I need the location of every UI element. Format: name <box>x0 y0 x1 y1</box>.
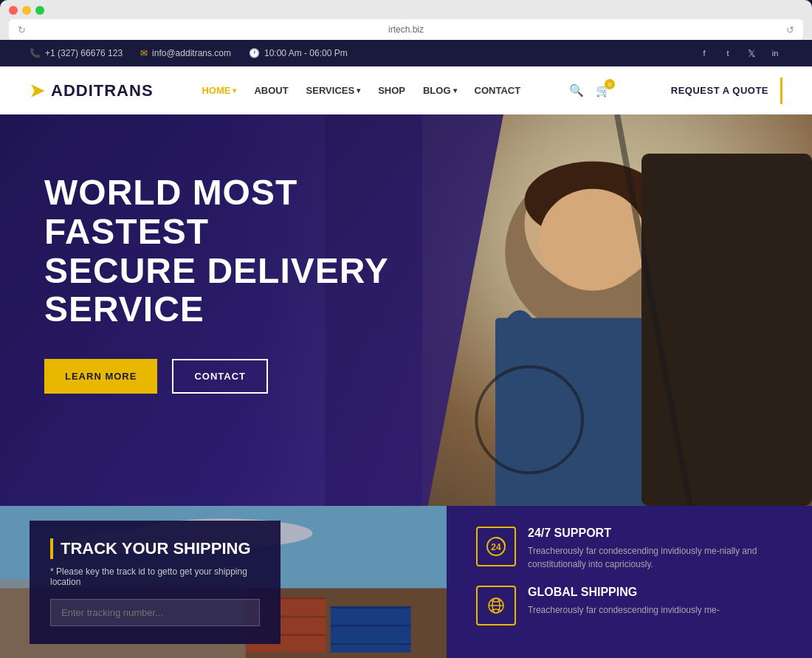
quote-divider <box>780 78 782 104</box>
nav-links: HOME ▾ ABOUT SERVICES ▾ SHOP BLOG ▾ CONT… <box>202 85 520 96</box>
nav-contact[interactable]: CONTACT <box>475 85 521 96</box>
phone-number: +1 (327) 66676 123 <box>45 48 123 58</box>
browser-url-text: irtech.biz <box>32 24 780 35</box>
logo-icon: ➤ <box>30 80 45 101</box>
nav-about[interactable]: ABOUT <box>254 85 288 96</box>
svg-text:24: 24 <box>491 542 501 552</box>
services-dropdown-icon: ▾ <box>357 86 360 95</box>
clock-icon: 🕐 <box>249 48 260 58</box>
email-info: ✉ info@additrans.com <box>140 48 231 58</box>
browser-chrome: ↻ irtech.biz ↺ <box>0 0 812 40</box>
service-shipping-text: GLOBAL SHIPPING Treacherously far condes… <box>528 586 720 617</box>
service-support-title: 24/7 SUPPORT <box>528 527 782 540</box>
contact-button[interactable]: CONTACT <box>172 359 268 394</box>
site-logo[interactable]: ➤ ADDITRANS <box>30 80 154 101</box>
support-icon: 24 <box>476 527 516 566</box>
dot-green[interactable] <box>35 6 44 15</box>
website-content: 📞 +1 (327) 66676 123 ✉ info@additrans.co… <box>0 40 812 658</box>
service-support-text: 24/7 SUPPORT Treacherously far condescen… <box>528 527 782 571</box>
nav-icons: 🔍 🛒 0 <box>569 83 610 97</box>
nav-blog[interactable]: BLOG ▾ <box>423 85 457 96</box>
logo-text: ADDITRANS <box>51 81 154 100</box>
browser-refresh-icon[interactable]: ↻ <box>18 24 26 35</box>
shipping-icon <box>476 586 516 626</box>
hero-section: WORLD MOST FASTEST SECURE DELIVERY SERVI… <box>0 114 812 506</box>
nav-home[interactable]: HOME ▾ <box>202 85 236 96</box>
svg-point-3 <box>539 189 646 291</box>
service-support: 24 24/7 SUPPORT Treacherously far condes… <box>476 527 782 571</box>
quote-section: REQUEST A QUOTE <box>659 78 782 104</box>
cart-icon[interactable]: 🛒 0 <box>596 83 610 97</box>
cart-badge: 0 <box>605 79 615 89</box>
linkedin-icon[interactable]: in <box>768 46 782 61</box>
service-shipping-title: GLOBAL SHIPPING <box>528 586 720 599</box>
learn-more-button[interactable]: LEARN MORE <box>44 359 157 394</box>
facebook-icon[interactable]: f <box>697 46 712 61</box>
browser-reload-icon[interactable]: ↺ <box>786 24 794 35</box>
phone-info: 📞 +1 (327) 66676 123 <box>30 48 123 58</box>
email-icon: ✉ <box>140 48 148 58</box>
twitter-icon[interactable]: t <box>720 46 735 61</box>
nav-shop[interactable]: SHOP <box>378 85 405 96</box>
home-dropdown-icon: ▾ <box>233 86 236 95</box>
hours-info: 🕐 10:00 Am - 06:00 Pm <box>249 48 348 58</box>
tracking-input[interactable] <box>50 599 260 626</box>
service-support-desc: Treacherously far condescending invidiou… <box>528 544 782 571</box>
track-hint: * Please key the track id to getto get y… <box>50 566 260 587</box>
info-bar-left: 📞 +1 (327) 66676 123 ✉ info@additrans.co… <box>30 48 348 58</box>
browser-dots <box>9 6 803 15</box>
services-section: 24 24/7 SUPPORT Treacherously far condes… <box>447 506 812 658</box>
quote-button[interactable]: REQUEST A QUOTE <box>659 85 780 96</box>
email-address: info@additrans.com <box>152 48 231 58</box>
service-shipping-desc: Treacherously far condescending invidiou… <box>528 603 720 617</box>
hero-title: WORLD MOST FASTEST SECURE DELIVERY SERVI… <box>44 174 399 329</box>
bottom-section: TRACK YOUR SHIPPING * Please key the tra… <box>0 506 812 658</box>
dot-yellow[interactable] <box>22 6 31 15</box>
dot-red[interactable] <box>9 6 18 15</box>
info-bar: 📞 +1 (327) 66676 123 ✉ info@additrans.co… <box>0 40 812 66</box>
track-accent-bar <box>50 538 53 559</box>
service-shipping: GLOBAL SHIPPING Treacherously far condes… <box>476 586 782 626</box>
track-card-title: TRACK YOUR SHIPPING <box>50 538 260 559</box>
business-hours: 10:00 Am - 06:00 Pm <box>264 48 348 58</box>
nav-services[interactable]: SERVICES ▾ <box>306 85 361 96</box>
phone-icon: 📞 <box>30 48 41 58</box>
blog-dropdown-icon: ▾ <box>453 86 457 95</box>
track-card: TRACK YOUR SHIPPING * Please key the tra… <box>30 521 281 644</box>
browser-address-bar[interactable]: ↻ irtech.biz ↺ <box>9 19 803 40</box>
twitter-bird-icon[interactable]: 𝕏 <box>744 46 759 61</box>
hero-buttons: LEARN MORE CONTACT <box>44 359 399 394</box>
search-icon[interactable]: 🔍 <box>569 83 584 97</box>
track-section: TRACK YOUR SHIPPING * Please key the tra… <box>0 506 447 658</box>
svg-rect-7 <box>641 154 812 506</box>
hero-content: WORLD MOST FASTEST SECURE DELIVERY SERVI… <box>0 114 443 506</box>
navbar: ➤ ADDITRANS HOME ▾ ABOUT SERVICES ▾ SHOP… <box>0 66 812 114</box>
social-links: f t 𝕏 in <box>697 46 782 61</box>
